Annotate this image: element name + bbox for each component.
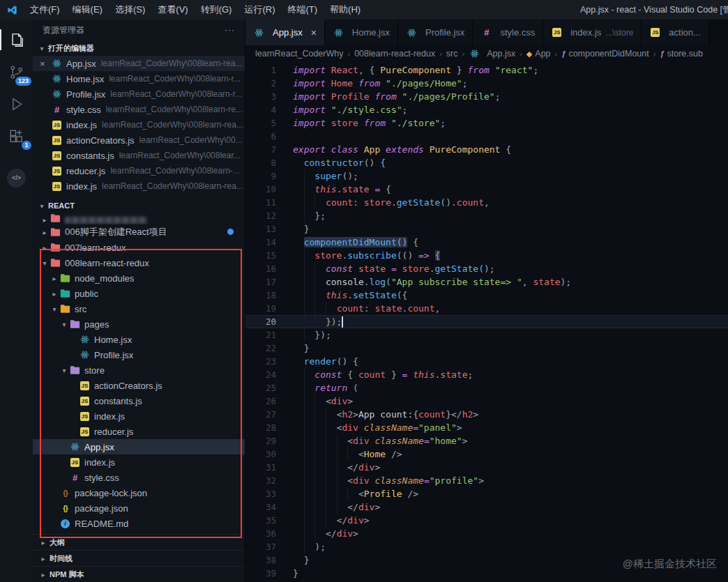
source-control-icon[interactable]: 123 xyxy=(0,56,33,88)
more-actions-icon[interactable]: ··· xyxy=(225,25,235,35)
indent-guide xyxy=(314,487,315,500)
run-debug-icon[interactable] xyxy=(0,88,33,120)
indent-guide xyxy=(314,514,315,527)
tree-item[interactable]: App.jsx xyxy=(33,439,245,454)
tree-item[interactable]: ▸public xyxy=(33,286,245,301)
sidebar-section-section[interactable]: ▸大纲 xyxy=(33,534,245,550)
tree-item[interactable]: ▸node_modules xyxy=(33,270,245,286)
tree-item[interactable]: ▸ xyxy=(33,213,245,224)
tab-label: style.css xyxy=(500,27,535,38)
code-text: }); xyxy=(293,328,331,342)
open-editors-header[interactable]: ▾ 打开的编辑器 xyxy=(33,40,245,56)
tab-action[interactable]: JSaction... xyxy=(642,20,709,45)
open-editor-item[interactable]: JSindex.jslearnReact_CoderWhy\008learn-r… xyxy=(33,117,245,132)
menu-item[interactable]: 帮助(H) xyxy=(324,0,367,20)
extensions-icon[interactable]: 1 xyxy=(0,120,33,152)
tree-item[interactable]: JSindex.js xyxy=(33,408,245,424)
tree-item[interactable]: {}package.json xyxy=(33,500,245,516)
breadcrumb-item[interactable]: learnReact_CoderWhy xyxy=(255,49,343,59)
line-number: 33 xyxy=(245,487,276,500)
menu-item[interactable]: 选择(S) xyxy=(109,0,151,20)
file-path: learnReact_CoderWhy\008learn-r... xyxy=(110,89,242,99)
breadcrumb-item[interactable]: ◆App xyxy=(526,49,551,59)
code-editor[interactable]: 1import React, { PureComponent } from "r… xyxy=(245,62,728,582)
line-number: 35 xyxy=(245,514,276,527)
breadcrumb-item[interactable]: src xyxy=(446,49,458,59)
indent-guide xyxy=(304,249,305,262)
tab-indexjs[interactable]: JSindex.js...\store xyxy=(543,20,642,45)
tree-item[interactable]: ▾008learn-react-redux xyxy=(33,255,245,270)
tree-item-label: Profile.jsx xyxy=(94,350,133,360)
tree-item[interactable]: ▾store xyxy=(33,362,245,378)
method-symbol-icon: ƒ xyxy=(561,49,566,58)
js-icon: JS xyxy=(649,27,661,38)
line-number: 1 xyxy=(245,63,276,77)
explorer-icon[interactable] xyxy=(0,24,33,56)
workspace-header[interactable]: ▾ REACT xyxy=(33,198,245,213)
tab-homejsx[interactable]: Home.jsx xyxy=(325,20,398,45)
indent-guide xyxy=(314,461,315,474)
breadcrumb-label: App.jsx xyxy=(487,49,515,59)
breadcrumb-item[interactable]: 008learn-react-redux xyxy=(354,49,435,59)
line-number: 29 xyxy=(245,434,276,447)
code-line: 14 componentDidMount() { xyxy=(245,236,728,249)
plugin-icon[interactable]: </> xyxy=(0,162,33,194)
tree-item[interactable]: {}package-lock.json xyxy=(33,485,245,500)
tree-item[interactable]: JSconstants.js xyxy=(33,393,245,408)
code-line: 37 ); xyxy=(245,540,728,553)
open-editor-item[interactable]: JSreducer.jslearnReact_CoderWhy\008learn… xyxy=(33,163,245,178)
sidebar-section-section[interactable]: ▸时间线 xyxy=(33,550,245,566)
indent-guide xyxy=(337,474,338,487)
open-editor-item[interactable]: JSactionCreators.jslearnReact_CoderWhy\0… xyxy=(33,132,245,148)
file-path: learnReact_CoderWhy\00... xyxy=(139,135,243,145)
code-text: store.subscribe(() => { xyxy=(293,249,440,262)
react-icon xyxy=(51,73,63,84)
js-icon: JS xyxy=(69,457,81,468)
breadcrumb-item[interactable]: ƒcomponentDidMount xyxy=(561,49,649,59)
tree-item[interactable]: ▾src xyxy=(33,301,245,316)
sidebar-section-NPM[interactable]: ▸NPM 脚本 xyxy=(33,566,245,582)
tab-stylecss[interactable]: #style.css xyxy=(473,20,543,45)
menu-item[interactable]: 终端(T) xyxy=(281,0,324,20)
tab-appjsx[interactable]: App.jsx× xyxy=(245,20,325,45)
breadcrumb-item[interactable]: App.jsx xyxy=(469,48,515,59)
annotation-blue-dot xyxy=(227,229,234,235)
tree-item[interactable]: ▸007learn-redux xyxy=(33,240,245,255)
indent-guide xyxy=(314,196,315,209)
tree-item[interactable]: #style.css xyxy=(33,470,245,485)
open-editor-item[interactable]: #style.csslearnReact_CoderWhy\008learn-r… xyxy=(33,102,245,117)
breadcrumb-item[interactable]: ƒstore.sub xyxy=(660,49,703,59)
open-editor-item[interactable]: JSindex.jslearnReact_CoderWhy\008learn-r… xyxy=(33,178,245,194)
menu-item[interactable]: 编辑(E) xyxy=(66,0,109,20)
code-line: 30 <Home /> xyxy=(245,447,728,461)
close-icon[interactable]: × xyxy=(311,27,317,38)
open-editor-item[interactable]: ×App.jsxlearnReact_CoderWhy\008learn-rea… xyxy=(33,56,245,71)
tree-item[interactable]: Profile.jsx xyxy=(33,347,245,362)
tree-item[interactable]: JSreducer.js xyxy=(33,424,245,439)
tab-profilejsx[interactable]: Profile.jsx xyxy=(398,20,473,45)
line-number: 19 xyxy=(245,302,276,315)
open-editor-item[interactable]: JSconstants.jslearnReact_CoderWhy\008lea… xyxy=(33,148,245,163)
indent-guide xyxy=(304,275,305,289)
tree-item[interactable]: ▾pages xyxy=(33,316,245,332)
tree-item[interactable]: ▸006脚手架创建React项目 xyxy=(33,224,245,240)
menu-item[interactable]: 文件(F) xyxy=(24,0,66,20)
tree-item[interactable]: JSactionCreators.js xyxy=(33,378,245,393)
code-text: constructor() { xyxy=(293,156,386,169)
menu-item[interactable]: 查看(V) xyxy=(151,0,194,20)
indent-guide xyxy=(314,421,315,434)
line-number: 18 xyxy=(245,289,276,302)
tree-item[interactable]: iREADME.md xyxy=(33,516,245,531)
close-icon[interactable]: × xyxy=(40,59,51,69)
tree-item[interactable]: Home.jsx xyxy=(33,332,245,347)
open-editor-item[interactable]: Home.jsxlearnReact_CoderWhy\008learn-r..… xyxy=(33,71,245,86)
menu-item[interactable]: 运行(R) xyxy=(238,0,281,20)
indent-guide xyxy=(337,447,338,461)
menu-item[interactable]: 转到(G) xyxy=(195,0,238,20)
tree-item[interactable]: JSindex.js xyxy=(33,454,245,470)
open-editor-item[interactable]: Profile.jsxlearnReact_CoderWhy\008learn-… xyxy=(33,86,245,102)
censored-label xyxy=(65,217,147,224)
file-path: learnReact_CoderWhy\008learn-r... xyxy=(109,74,241,84)
file-name: constants.js xyxy=(66,151,114,161)
chevron-down-icon: ▾ xyxy=(37,202,47,210)
